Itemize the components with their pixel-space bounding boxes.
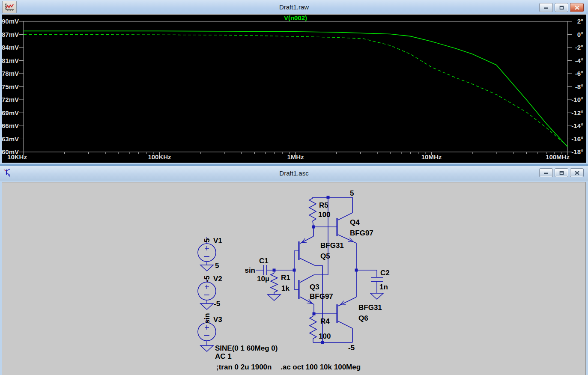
component-name-C2[interactable]: C2: [380, 269, 390, 277]
right-axis-tick-label: -14°: [571, 122, 583, 129]
resistor-R5[interactable]: [309, 198, 316, 221]
left-axis-tick-label: 969mV: [2, 109, 19, 116]
right-axis-tick-label: -18°: [571, 148, 583, 155]
restore-icon: [559, 6, 564, 10]
capacitor-C2[interactable]: [371, 278, 383, 281]
component-name-V3[interactable]: V3: [213, 315, 222, 324]
resistor-R4[interactable]: [310, 316, 316, 339]
ground-icon[interactable]: [268, 295, 281, 301]
component-name-Q6[interactable]: Q6: [358, 314, 368, 322]
component-value-V3-sine[interactable]: SINE(0 1 60Meg 0): [215, 344, 278, 352]
right-axis-tick-label: 2°: [577, 18, 583, 25]
plot-svg[interactable]: V(n002) 990mV987mV984mV981mV978mV975mV97…: [2, 15, 586, 163]
voltage-source-V1[interactable]: [198, 244, 216, 262]
restore-button[interactable]: [555, 168, 568, 177]
left-axis-tick-label: 984mV: [2, 44, 19, 51]
component-value-R1[interactable]: 1k: [281, 284, 290, 292]
component-value-V3-ac[interactable]: AC 1: [215, 352, 232, 360]
ground-icon[interactable]: [200, 304, 213, 310]
schematic-svg[interactable]: V1 5 5 V2 -5 -5 V3 sin SINE(0 1 60Meg 0)…: [2, 182, 585, 375]
net-label-v3[interactable]: sin: [203, 313, 211, 324]
resistor-R1[interactable]: [271, 273, 278, 292]
component-name-V2[interactable]: V2: [213, 275, 222, 283]
schematic-window-title: Draft1.asc: [0, 170, 588, 177]
minimize-button[interactable]: [539, 3, 553, 12]
ground-icon[interactable]: [200, 265, 213, 271]
x-axis-tick-label: 100KHz: [148, 153, 171, 161]
right-axis-tick-label: -12°: [571, 109, 583, 116]
net-label-rail-bottom[interactable]: -5: [348, 344, 355, 352]
restore-icon: [559, 171, 564, 175]
component-name-V1[interactable]: V1: [213, 237, 222, 245]
transistor-schematic-icon: [2, 168, 14, 179]
plus-icon: [205, 325, 209, 330]
spice-directive-ac[interactable]: .ac oct 100 10k 100Meg: [281, 363, 361, 371]
component-name-C1[interactable]: C1: [259, 257, 269, 265]
waveform-chart-icon: [4, 3, 15, 12]
component-name-R4[interactable]: R4: [320, 317, 330, 325]
component-model-Q4[interactable]: BFG97: [350, 229, 373, 237]
waveform-window-title: Draft1.raw: [0, 3, 588, 11]
left-axis-tick-label: 972mV: [2, 96, 19, 103]
close-button[interactable]: [570, 3, 584, 12]
plot-axes: 990mV987mV984mV981mV978mV975mV972mV969mV…: [2, 18, 583, 161]
net-label-v2[interactable]: -5: [203, 276, 211, 282]
phase-trace: [24, 35, 567, 146]
right-axis-tick-label: -6°: [575, 70, 583, 77]
waveform-plot-area[interactable]: V(n002) 990mV987mV984mV981mV978mV975mV97…: [2, 14, 586, 163]
plus-icon: [205, 285, 209, 289]
spice-directive-tran[interactable]: ;tran 0 2u 1900n: [216, 363, 272, 371]
component-name-Q4[interactable]: Q4: [350, 218, 360, 226]
component-value-V1[interactable]: 5: [215, 262, 219, 270]
right-axis-tick-label: -10°: [571, 96, 583, 103]
net-label-rail-top[interactable]: 5: [350, 189, 354, 197]
component-value-V2[interactable]: -5: [214, 300, 220, 308]
left-axis-tick-label: 990mV: [2, 18, 19, 25]
x-axis-tick-label: 1MHz: [287, 153, 304, 161]
component-model-Q5[interactable]: BFG31: [320, 241, 344, 250]
component-name-R1[interactable]: R1: [281, 274, 290, 282]
schematic-titlebar[interactable]: Draft1.asc: [0, 166, 588, 181]
ltspice-desktop: { "windows": { "plot": { "title": "Draft…: [0, 0, 588, 375]
transistor-base-bars[interactable]: [299, 218, 337, 323]
x-axis-tick-label: 100MHz: [546, 153, 570, 161]
net-label-input[interactable]: sin: [245, 266, 255, 274]
waveform-window-controls: [537, 3, 584, 12]
x-axis-tick-label: 10KHz: [7, 153, 27, 161]
ground-icon[interactable]: [370, 293, 383, 299]
right-axis-tick-label: -4°: [575, 57, 583, 64]
component-name-Q5[interactable]: Q5: [320, 252, 330, 260]
x-axis-tick-label: 10MHz: [421, 153, 442, 161]
ground-icon[interactable]: [200, 345, 213, 351]
component-value-R4[interactable]: 100: [319, 332, 331, 340]
right-axis-tick-label: -8°: [575, 83, 583, 90]
component-name-R5[interactable]: R5: [319, 201, 328, 209]
component-value-C1[interactable]: 10µ: [257, 275, 269, 283]
voltage-source-V3[interactable]: [198, 323, 216, 341]
schematic-canvas[interactable]: V1 5 5 V2 -5 -5 V3 sin SINE(0 1 60Meg 0)…: [2, 182, 586, 375]
component-value-R5[interactable]: 100: [318, 211, 330, 219]
waveform-window-icon-button[interactable]: [2, 1, 17, 13]
capacitor-C1[interactable]: [264, 265, 267, 275]
net-label-v1[interactable]: 5: [203, 238, 211, 242]
minimize-icon: [543, 6, 549, 9]
minimize-button[interactable]: [539, 168, 553, 177]
component-model-Q6[interactable]: BFG31: [358, 304, 382, 312]
waveform-window: Draft1.raw V(n002) 990mV987mV984mV981mV9…: [0, 0, 588, 164]
schematic-window-controls: [537, 168, 584, 177]
trace-label[interactable]: V(n002): [284, 15, 307, 21]
voltage-source-V2[interactable]: [198, 282, 216, 300]
left-axis-tick-label: 978mV: [2, 70, 19, 77]
right-axis-tick-label: -2°: [575, 44, 583, 51]
left-axis-tick-label: 981mV: [2, 57, 19, 64]
close-button[interactable]: [570, 168, 584, 177]
waveform-titlebar[interactable]: Draft1.raw: [0, 0, 588, 14]
component-value-C2[interactable]: 1n: [379, 283, 388, 291]
schematic-window: Draft1.asc: [0, 164, 588, 375]
component-name-Q3[interactable]: Q3: [310, 283, 319, 291]
restore-button[interactable]: [555, 3, 568, 12]
magnitude-trace: [24, 31, 567, 146]
component-model-Q3[interactable]: BFG97: [310, 292, 333, 301]
schematic-window-icon-wrap[interactable]: [2, 168, 14, 179]
left-axis-tick-label: 987mV: [2, 31, 19, 38]
